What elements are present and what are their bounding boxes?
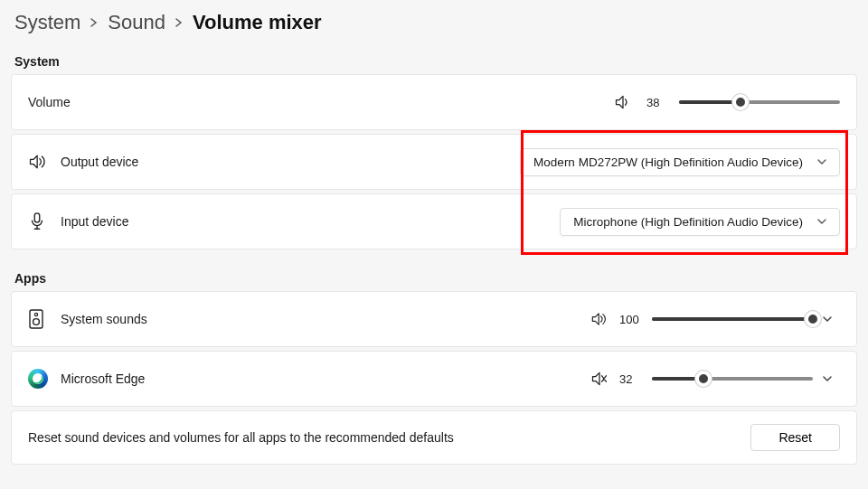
chevron-down-icon <box>817 218 826 225</box>
output-device-dropdown[interactable]: Modern MD272PW (High Definition Audio De… <box>520 148 840 176</box>
svg-point-2 <box>34 313 37 315</box>
input-device-row: Input device Microphone (High Definition… <box>11 193 857 249</box>
volume-label: Volume <box>28 95 614 109</box>
app-volume-slider-edge[interactable] <box>652 371 813 387</box>
output-device-label: Output device <box>61 155 520 169</box>
breadcrumb-sound[interactable]: Sound <box>108 11 165 34</box>
volume-slider[interactable] <box>679 94 840 110</box>
speaker-loud-icon <box>28 153 61 171</box>
app-volume-slider-system-sounds[interactable] <box>652 311 813 327</box>
input-device-value: Microphone (High Definition Audio Device… <box>573 215 803 229</box>
expand-button[interactable] <box>822 315 840 324</box>
speaker-muted-icon[interactable] <box>590 371 609 387</box>
app-volume-value: 32 <box>619 372 643 386</box>
app-row-system-sounds: System sounds 100 <box>11 291 857 347</box>
app-label-edge: Microsoft Edge <box>61 371 590 386</box>
breadcrumb-system[interactable]: System <box>14 11 80 34</box>
input-device-dropdown[interactable]: Microphone (High Definition Audio Device… <box>560 208 840 236</box>
edge-icon <box>28 369 61 389</box>
output-device-value: Modern MD272PW (High Definition Audio De… <box>533 155 803 169</box>
microphone-icon <box>28 212 61 231</box>
svg-point-3 <box>33 319 40 325</box>
section-header-system: System <box>11 51 857 74</box>
app-label-system-sounds: System sounds <box>61 312 590 326</box>
chevron-right-icon <box>175 18 184 27</box>
page-title: Volume mixer <box>193 11 322 34</box>
speaker-device-icon <box>28 308 61 330</box>
chevron-right-icon <box>90 18 99 27</box>
section-header-apps: Apps <box>11 268 857 291</box>
expand-button[interactable] <box>822 374 840 383</box>
volume-value: 38 <box>646 96 670 109</box>
svg-rect-0 <box>34 213 40 222</box>
volume-row: Volume 38 <box>11 74 857 130</box>
reset-description: Reset sound devices and volumes for all … <box>28 430 750 445</box>
app-volume-value: 100 <box>619 313 643 326</box>
speaker-icon[interactable] <box>614 94 632 110</box>
output-device-row: Output device Modern MD272PW (High Defin… <box>11 134 857 190</box>
reset-button[interactable]: Reset <box>750 424 840 451</box>
breadcrumb: System Sound Volume mixer <box>11 0 857 51</box>
input-device-label: Input device <box>61 214 560 229</box>
app-row-edge: Microsoft Edge 32 <box>11 351 857 407</box>
reset-row: Reset sound devices and volumes for all … <box>11 410 857 465</box>
chevron-down-icon <box>817 158 826 165</box>
speaker-loud-icon[interactable] <box>590 311 609 327</box>
